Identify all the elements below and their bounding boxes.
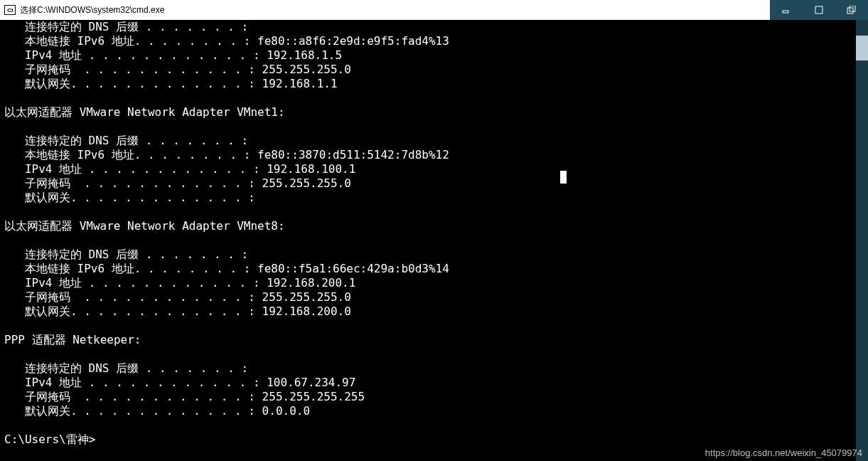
blank-line (4, 319, 854, 333)
field-value: 192.168.200.0 (255, 304, 351, 318)
field-value: 255.255.255.0 (255, 63, 351, 76)
field-label: 默认网关. . . . . . . . . . . . . : (4, 77, 255, 90)
svg-rect-1 (815, 6, 823, 14)
blank-line (4, 91, 854, 105)
field-value: 192.168.1.1 (255, 77, 338, 90)
field-value: 0.0.0.0 (255, 404, 310, 418)
output-line: 默认网关. . . . . . . . . . . . . : 192.168.… (4, 77, 854, 91)
maximize-icon (815, 6, 823, 14)
field-label: 连接特定的 DNS 后缀 . . . . . . . : (4, 134, 248, 147)
svg-rect-3 (850, 6, 855, 11)
watermark-text: https://blog.csdn.net/weixin_45079974 (705, 447, 862, 458)
field-label: IPv4 地址 . . . . . . . . . . . . : (4, 162, 260, 176)
field-value: 255.255.255.255 (255, 390, 365, 403)
output-line: 子网掩码 . . . . . . . . . . . . : 255.255.2… (4, 290, 854, 304)
field-label: 默认网关. . . . . . . . . . . . . : (4, 191, 255, 204)
adapter-header: 以太网适配器 VMware Network Adapter VMnet1: (4, 105, 854, 120)
field-label: 本地链接 IPv6 地址. . . . . . . . : (4, 262, 250, 275)
field-value: 255.255.255.0 (255, 290, 351, 304)
output-line: IPv4 地址 . . . . . . . . . . . . : 192.16… (4, 48, 854, 63)
blank-line (4, 120, 854, 134)
output-line: 连接特定的 DNS 后缀 . . . . . . . : (4, 361, 854, 376)
output-line: 本地链接 IPv6 地址. . . . . . . . : fe80::f5a1… (4, 262, 854, 276)
output-line: 连接特定的 DNS 后缀 . . . . . . . : (4, 248, 854, 262)
terminal-output[interactable]: 连接特定的 DNS 后缀 . . . . . . . : 本地链接 IPv6 地… (0, 20, 854, 461)
output-line: 子网掩码 . . . . . . . . . . . . : 255.255.2… (4, 176, 854, 191)
output-line: IPv4 地址 . . . . . . . . . . . . : 192.16… (4, 276, 854, 290)
field-label: 连接特定的 DNS 后缀 . . . . . . . : (4, 248, 248, 261)
cmd-icon: C:\ (4, 5, 16, 15)
blank-line (4, 233, 854, 248)
field-label: 子网掩码 . . . . . . . . . . . . : (4, 390, 255, 403)
field-value: fe80::f5a1:66ec:429a:b0d3%14 (250, 262, 449, 275)
field-label: 子网掩码 . . . . . . . . . . . . : (4, 63, 255, 76)
field-value: 192.168.100.1 (260, 162, 356, 176)
prompt-line[interactable]: C:\Users\雷神> (4, 433, 854, 447)
field-value: fe80::3870:d511:5142:7d8b%12 (250, 148, 449, 161)
restore-button[interactable] (835, 0, 868, 20)
adapter-header: 以太网适配器 VMware Network Adapter VMnet8: (4, 219, 854, 233)
window-controls (770, 0, 868, 20)
field-label: 默认网关. . . . . . . . . . . . . : (4, 404, 255, 418)
svg-rect-0 (783, 11, 788, 13)
field-label: IPv4 地址 . . . . . . . . . . . . : (4, 376, 260, 389)
output-line: 子网掩码 . . . . . . . . . . . . : 255.255.2… (4, 390, 854, 404)
field-value: 100.67.234.97 (260, 376, 356, 389)
minimize-icon (782, 6, 791, 14)
field-value: 255.255.255.0 (255, 176, 351, 190)
blank-line (4, 205, 854, 219)
minimize-button[interactable] (770, 0, 803, 20)
field-value: 192.168.1.5 (260, 48, 343, 62)
field-label: 默认网关. . . . . . . . . . . . . : (4, 304, 255, 318)
blank-line (4, 418, 854, 433)
output-line: 子网掩码 . . . . . . . . . . . . : 255.255.2… (4, 63, 854, 77)
adapter-header: PPP 适配器 Netkeeper: (4, 333, 854, 347)
field-label: 子网掩码 . . . . . . . . . . . . : (4, 176, 255, 190)
field-label: 连接特定的 DNS 后缀 . . . . . . . : (4, 361, 248, 375)
output-line: 连接特定的 DNS 后缀 . . . . . . . : (4, 134, 854, 148)
field-label: IPv4 地址 . . . . . . . . . . . . : (4, 48, 260, 62)
scrollbar-track[interactable] (856, 20, 868, 461)
field-value: 192.168.200.1 (260, 276, 356, 290)
field-label: IPv4 地址 . . . . . . . . . . . . : (4, 276, 260, 290)
window-title: 选择C:\WINDOWS\system32\cmd.exe (20, 4, 164, 16)
maximize-button[interactable] (803, 0, 835, 20)
svg-rect-2 (847, 8, 853, 14)
output-line: 默认网关. . . . . . . . . . . . . : 0.0.0.0 (4, 404, 854, 418)
field-label: 本地链接 IPv6 地址. . . . . . . . : (4, 34, 250, 48)
output-line: IPv4 地址 . . . . . . . . . . . . : 100.67… (4, 376, 854, 390)
output-line: IPv4 地址 . . . . . . . . . . . . : 192.16… (4, 162, 854, 176)
field-value: fe80::a8f6:2e9d:e9f5:fad4%13 (250, 34, 449, 48)
restore-icon (847, 6, 857, 14)
output-line: 默认网关. . . . . . . . . . . . . : 192.168.… (4, 304, 854, 319)
window-titlebar[interactable]: C:\ 选择C:\WINDOWS\system32\cmd.exe (0, 0, 868, 20)
output-line: 本地链接 IPv6 地址. . . . . . . . : fe80::3870… (4, 148, 854, 162)
output-line: 默认网关. . . . . . . . . . . . . : (4, 191, 854, 205)
field-label: 子网掩码 . . . . . . . . . . . . : (4, 290, 255, 304)
scrollbar-thumb[interactable] (856, 36, 868, 60)
output-line: 本地链接 IPv6 地址. . . . . . . . : fe80::a8f6… (4, 34, 854, 48)
blank-line (4, 347, 854, 361)
output-line: 连接特定的 DNS 后缀 . . . . . . . : (4, 20, 854, 34)
text-cursor (560, 171, 567, 184)
field-label: 本地链接 IPv6 地址. . . . . . . . : (4, 148, 250, 161)
field-label: 连接特定的 DNS 后缀 . . . . . . . : (4, 20, 248, 33)
